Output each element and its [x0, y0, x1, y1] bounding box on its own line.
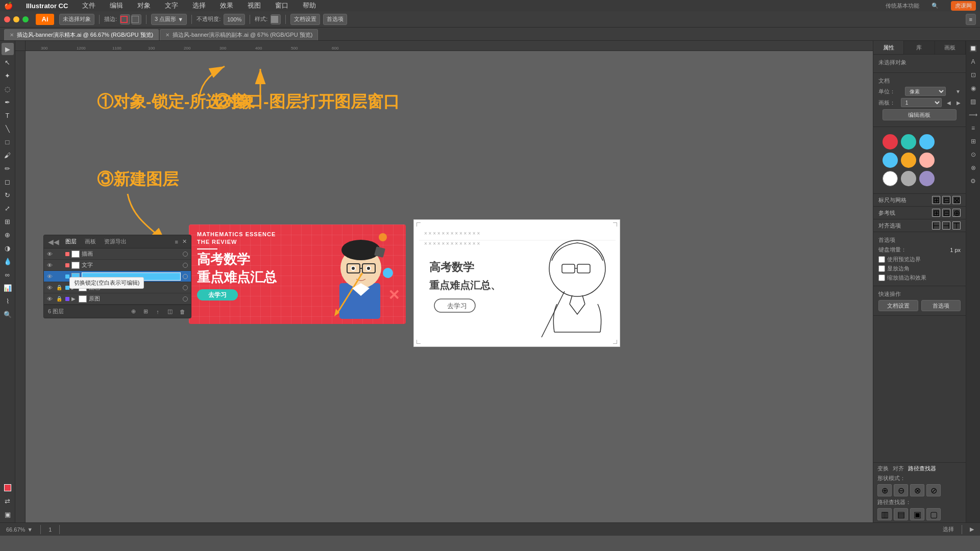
layers-collapse[interactable]: ◀◀: [48, 238, 59, 246]
doc-settings-btn[interactable]: 文档设置: [290, 14, 320, 25]
stroke-type-btn[interactable]: 3 点圆形 ▼: [151, 14, 187, 25]
layer-3-eye[interactable]: 👁: [47, 285, 54, 291]
lasso-tool[interactable]: ◌: [2, 83, 14, 95]
fill-color-btn[interactable]: [131, 14, 141, 24]
direct-selection-tool[interactable]: ↖: [2, 56, 14, 68]
eyedropper-tool[interactable]: 💧: [2, 255, 14, 267]
layer-4-eye[interactable]: 👁: [47, 296, 54, 302]
swap-colors[interactable]: ⇄: [2, 495, 14, 507]
menu-edit[interactable]: 编辑: [107, 1, 126, 10]
rect-tool[interactable]: □: [2, 136, 14, 148]
layer-row-1[interactable]: 👁 文字: [44, 260, 191, 271]
close-btn[interactable]: [4, 16, 10, 22]
alignto-icon-2[interactable]: ⊣: [942, 221, 950, 230]
layers-tab-artboards[interactable]: 画板: [83, 238, 98, 245]
rp-tab-library[interactable]: 库: [904, 41, 935, 54]
tab-0[interactable]: ✕ 插边风-banner演示精本.ai @ 66.67% (RGB/GPU 预览…: [4, 29, 159, 40]
rp-icon-9[interactable]: ⊗: [968, 162, 979, 173]
unit-select[interactable]: 像素 点 毫米: [905, 87, 946, 96]
show-corner-check[interactable]: [878, 265, 885, 272]
canvas-area[interactable]: 300 1200 1100 100 200 300 400 500 600 ①对…: [15, 41, 873, 522]
ref-icon-2[interactable]: ⊟: [942, 209, 950, 217]
slice-tool[interactable]: ⌇: [2, 295, 14, 307]
pathfinder-4[interactable]: ▢: [926, 508, 941, 520]
swatch-7[interactable]: [901, 171, 916, 186]
line-tool[interactable]: ╲: [2, 122, 14, 135]
opacity-input[interactable]: 100%: [224, 14, 245, 25]
swatch-8[interactable]: [919, 171, 935, 186]
rp-icon-8[interactable]: ⊙: [968, 149, 979, 160]
artboard-select[interactable]: 1 2: [901, 98, 942, 107]
rp-tab-properties[interactable]: 属性: [873, 41, 904, 54]
artboard-next[interactable]: ▶: [957, 100, 961, 106]
layer-2-eye[interactable]: 👁: [47, 273, 54, 280]
tab-align[interactable]: 对齐: [893, 465, 904, 472]
graph-tool[interactable]: 📊: [2, 282, 14, 294]
layer-0-eye[interactable]: 👁: [47, 251, 54, 257]
rp-icon-10[interactable]: ⚙: [968, 176, 979, 187]
shape-mode-1[interactable]: ⊕: [877, 484, 892, 496]
shape-mode-3[interactable]: ⊗: [910, 484, 924, 496]
zoom-down[interactable]: ▼: [27, 527, 33, 533]
rp-icon-3[interactable]: ◉: [968, 83, 979, 94]
rp-icon-7[interactable]: ⊞: [968, 136, 979, 147]
style-btn[interactable]: [271, 14, 281, 24]
duplicate-layer-btn[interactable]: ◫: [165, 307, 175, 316]
swatch-1[interactable]: [901, 134, 916, 149]
ref-icon-3[interactable]: ⊕: [952, 209, 961, 217]
rp-icon-6[interactable]: ≡: [968, 122, 979, 134]
paintbrush-tool[interactable]: 🖌: [2, 149, 14, 161]
new-layer-btn[interactable]: ⊕: [129, 307, 138, 316]
fill-tool[interactable]: [2, 482, 14, 494]
shape-mode-4[interactable]: ⊘: [926, 484, 941, 496]
type-tool[interactable]: T: [2, 109, 14, 121]
layers-tab-export[interactable]: 资源导出: [102, 238, 129, 245]
banner-btn[interactable]: 去学习: [197, 289, 238, 300]
artboard-prev[interactable]: ◀: [947, 100, 951, 106]
rp-icon-1[interactable]: A: [968, 56, 979, 67]
preview-bounds-check[interactable]: [878, 256, 885, 263]
align-grid-icon-1[interactable]: ⊞: [932, 196, 940, 204]
shape-builder-tool[interactable]: ⊕: [2, 229, 14, 241]
rp-icon-5[interactable]: ⟿: [968, 109, 979, 120]
menu-text[interactable]: 文字: [162, 1, 181, 10]
rp-tab-artboard[interactable]: 画板: [935, 41, 966, 54]
scale-tool[interactable]: ⤢: [2, 202, 14, 214]
align-grid-icon-2[interactable]: ⊟: [942, 196, 950, 204]
selection-tool[interactable]: ▶: [2, 43, 14, 55]
app-name[interactable]: Illustrator CC: [23, 2, 71, 10]
alignto-icon-3[interactable]: ⊤: [952, 221, 961, 230]
tab-1-close[interactable]: ✕: [165, 32, 169, 38]
swatch-6[interactable]: [883, 171, 898, 186]
rp-icon-2[interactable]: ⊡: [968, 69, 979, 81]
arrange-btn[interactable]: ≡: [966, 14, 976, 25]
canvas-content[interactable]: ①对象-锁定-所选对象 ②窗口-图层打开图层窗口 ③新建图层: [26, 51, 873, 522]
swatch-0[interactable]: [883, 134, 898, 149]
layers-tab-layers[interactable]: 图层: [63, 238, 79, 245]
align-grid-icon-3[interactable]: ⊠: [952, 196, 961, 204]
preferences-btn[interactable]: 首选项: [323, 14, 347, 25]
layer-3-lock[interactable]: 🔒: [56, 285, 63, 290]
rotate-tool[interactable]: ↻: [2, 189, 14, 201]
menu-object[interactable]: 对象: [134, 1, 154, 10]
status-play-btn[interactable]: ▶: [970, 526, 974, 533]
unit-expand[interactable]: ▼: [955, 89, 961, 94]
blend-tool[interactable]: ∞: [2, 268, 14, 281]
layer-4-lock[interactable]: 🔒: [56, 296, 63, 302]
maximize-btn[interactable]: [22, 16, 29, 22]
pen-tool[interactable]: ✒: [2, 96, 14, 108]
layer-row-4[interactable]: 👁 🔒 ▶ 原图: [44, 293, 191, 305]
menu-view[interactable]: 视图: [244, 1, 264, 10]
gradient-tool[interactable]: ◑: [2, 242, 14, 254]
eraser-tool[interactable]: ◻: [2, 176, 14, 188]
menu-help[interactable]: 帮助: [300, 1, 319, 10]
move-layer-btn[interactable]: ↑: [153, 307, 162, 316]
quick-preferences-btn[interactable]: 首选项: [921, 300, 961, 311]
menu-window[interactable]: 窗口: [272, 1, 291, 10]
show-edge-check[interactable]: [878, 274, 885, 281]
ref-icon-1[interactable]: ⊞: [932, 209, 940, 217]
rp-icon-properties[interactable]: 🔲: [968, 43, 979, 54]
swatch-5[interactable]: [919, 153, 935, 168]
pathfinder-3[interactable]: ▣: [910, 508, 924, 520]
menu-effect[interactable]: 效果: [217, 1, 236, 10]
